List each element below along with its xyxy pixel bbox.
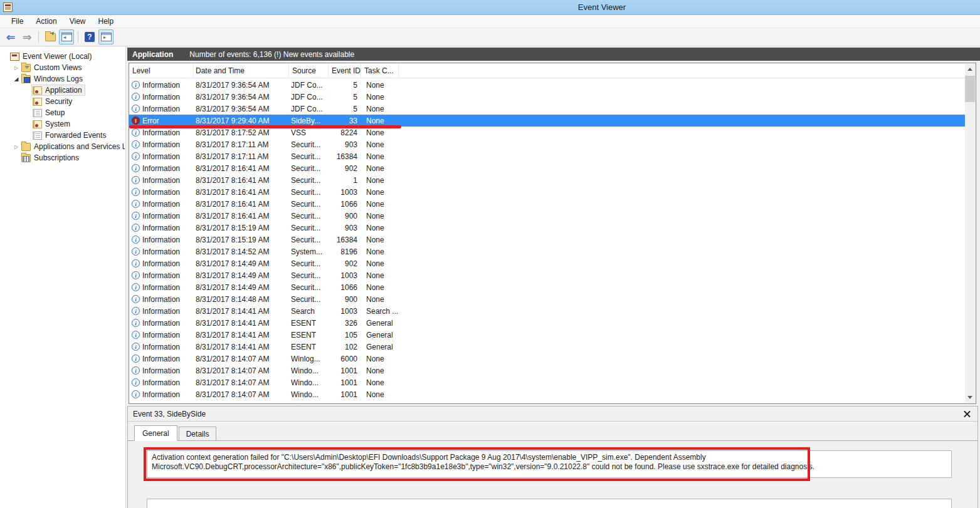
table-row[interactable]: Information8/31/2017 9:36:54 AMJDF Co...… <box>129 103 965 115</box>
sidebar-item-applications-and-services-lo[interactable]: ▷Applications and Services Lo <box>0 141 125 152</box>
up-one-level-icon[interactable] <box>43 29 58 44</box>
table-row[interactable]: Information8/31/2017 8:14:48 AMSecurit..… <box>129 293 965 305</box>
tab-general[interactable]: General <box>134 425 177 441</box>
sidebar-item-setup[interactable]: Setup <box>0 107 125 118</box>
cell-id: 900 <box>329 295 361 304</box>
sidebar-item-event-viewer-local[interactable]: Event Viewer (Local) <box>0 51 125 62</box>
cell-date: 8/31/2017 8:14:52 AM <box>194 247 289 256</box>
column-header-filler <box>399 63 976 78</box>
cell-id: 105 <box>329 331 361 340</box>
cell-source: Securit... <box>289 140 329 149</box>
back-icon[interactable]: ⇐ <box>3 29 18 44</box>
sidebar-item-forwarded-events[interactable]: Forwarded Events <box>0 130 125 141</box>
table-row[interactable]: Information8/31/2017 8:16:41 AMSecurit..… <box>129 186 965 198</box>
cell-level: Information <box>129 271 194 280</box>
column-header-event-id[interactable]: Event ID <box>329 63 361 78</box>
sidebar-item-subscriptions[interactable]: Subscriptions <box>0 152 125 163</box>
cell-date: 8/31/2017 9:36:54 AM <box>194 93 289 101</box>
cell-level: Information <box>129 93 194 101</box>
menu-item-file[interactable]: File <box>5 15 29 28</box>
table-row[interactable]: Information8/31/2017 8:14:07 AMWinlog...… <box>129 353 965 365</box>
cell-level: Information <box>129 188 194 197</box>
table-row[interactable]: Information8/31/2017 8:16:41 AMSecurit..… <box>129 210 965 222</box>
level-label: Error <box>142 117 159 125</box>
cell-date: 8/31/2017 8:17:52 AM <box>194 128 289 137</box>
table-row[interactable]: Information8/31/2017 8:14:41 AMESENT326G… <box>129 317 965 329</box>
table-row[interactable]: Information8/31/2017 8:15:19 AMSecurit..… <box>129 222 965 234</box>
table-row[interactable]: Information8/31/2017 8:14:49 AMSecurit..… <box>129 269 965 281</box>
tree-expander-icon[interactable]: ◢ <box>13 76 20 82</box>
sidebar-item-system[interactable]: System <box>0 118 125 130</box>
table-row[interactable]: Information8/31/2017 8:15:19 AMSecurit..… <box>129 234 965 246</box>
table-row[interactable]: Information8/31/2017 8:16:41 AMSecurit..… <box>129 198 965 210</box>
cell-source: ESENT <box>289 331 329 340</box>
tab-details[interactable]: Details <box>179 427 217 441</box>
cell-level: Information <box>129 378 194 387</box>
table-row[interactable]: Information8/31/2017 8:14:52 AMSystem...… <box>129 246 965 257</box>
console-tree-icon[interactable] <box>59 29 74 44</box>
tree-item-label: Windows Logs <box>34 75 83 83</box>
table-row[interactable]: Information8/31/2017 8:17:11 AMSecurit..… <box>129 138 965 150</box>
sidebar-item-application[interactable]: Application <box>0 85 125 96</box>
sidebar-item-security[interactable]: Security <box>0 96 125 107</box>
column-header-level[interactable]: Level <box>129 63 194 78</box>
folder-logs-icon <box>21 75 31 83</box>
cell-id: 6000 <box>329 355 361 363</box>
action-pane-glyph <box>101 33 112 41</box>
log-name: Application <box>132 50 173 59</box>
scroll-down-icon[interactable] <box>965 392 975 403</box>
scroll-up-icon[interactable] <box>965 64 975 75</box>
preview-content: Activation context generation failed for… <box>128 441 977 508</box>
cell-level: Information <box>129 140 194 149</box>
table-row[interactable]: Information8/31/2017 8:14:49 AMSecurit..… <box>129 257 965 269</box>
event-message-line: Activation context generation failed for… <box>152 453 947 462</box>
table-row[interactable]: Information8/31/2017 8:14:41 AMESENT102G… <box>129 341 965 353</box>
menu-item-view[interactable]: View <box>63 15 92 28</box>
cell-id: 1003 <box>329 307 361 316</box>
cell-task: Search ... <box>361 307 399 316</box>
table-row[interactable]: Information8/31/2017 8:14:07 AMWindo...1… <box>129 376 965 388</box>
action-pane-icon[interactable] <box>98 29 113 44</box>
table-row[interactable]: Information8/31/2017 8:16:41 AMSecurit..… <box>129 174 965 186</box>
cell-id: 1 <box>329 176 361 185</box>
cell-level: Information <box>129 128 194 137</box>
table-row[interactable]: Information8/31/2017 8:14:07 AMWindo...1… <box>129 365 965 376</box>
cell-task: None <box>361 247 399 256</box>
table-row[interactable]: Information8/31/2017 8:17:11 AMSecurit..… <box>129 150 965 162</box>
table-row[interactable]: Information8/31/2017 9:36:54 AMJDF Co...… <box>129 91 965 103</box>
level-label: Information <box>142 212 180 220</box>
event-log-icon <box>33 98 42 106</box>
close-icon[interactable] <box>962 409 972 419</box>
table-row[interactable]: Information8/31/2017 8:14:07 AMWindo...1… <box>129 388 965 400</box>
cell-id: 1066 <box>329 283 361 292</box>
table-row[interactable]: Information8/31/2017 8:14:41 AMESENT105G… <box>129 329 965 341</box>
menu-item-action[interactable]: Action <box>29 15 63 28</box>
table-row[interactable]: Information8/31/2017 8:14:41 AMSearch100… <box>129 305 965 317</box>
tree-expander-icon[interactable]: ▷ <box>13 144 20 150</box>
cell-level: Information <box>129 164 194 173</box>
information-icon <box>132 188 140 196</box>
preview-pane: Event 33, SideBySide GeneralDetails Acti… <box>127 406 978 508</box>
help-icon[interactable] <box>82 29 97 44</box>
vertical-scrollbar[interactable] <box>965 64 975 403</box>
information-icon <box>132 378 140 386</box>
column-header-date-and-time[interactable]: Date and Time <box>194 63 289 78</box>
level-label: Information <box>142 366 180 375</box>
level-label: Information <box>142 259 180 268</box>
cell-id: 903 <box>329 140 361 149</box>
scrollbar-thumb[interactable] <box>965 76 975 102</box>
cell-task: None <box>361 390 399 399</box>
column-header-task-c[interactable]: Task C... <box>361 63 399 78</box>
menu-item-help[interactable]: Help <box>92 15 120 28</box>
forward-icon[interactable]: ⇒ <box>19 29 34 44</box>
table-row[interactable]: Information8/31/2017 8:14:49 AMSecurit..… <box>129 281 965 293</box>
tree-expander-icon[interactable]: ▷ <box>13 65 20 71</box>
table-row[interactable]: Information8/31/2017 8:16:41 AMSecurit..… <box>129 162 965 174</box>
sidebar-item-windows-logs[interactable]: ◢Windows Logs <box>0 73 125 85</box>
event-details-box <box>147 499 952 508</box>
cell-level: Information <box>129 283 194 292</box>
column-header-source[interactable]: Source <box>289 63 329 78</box>
cell-date: 8/31/2017 8:14:41 AM <box>194 307 289 316</box>
sidebar-item-custom-views[interactable]: ▷Custom Views <box>0 62 125 73</box>
table-row[interactable]: Information8/31/2017 9:36:54 AMJDF Co...… <box>129 79 965 91</box>
